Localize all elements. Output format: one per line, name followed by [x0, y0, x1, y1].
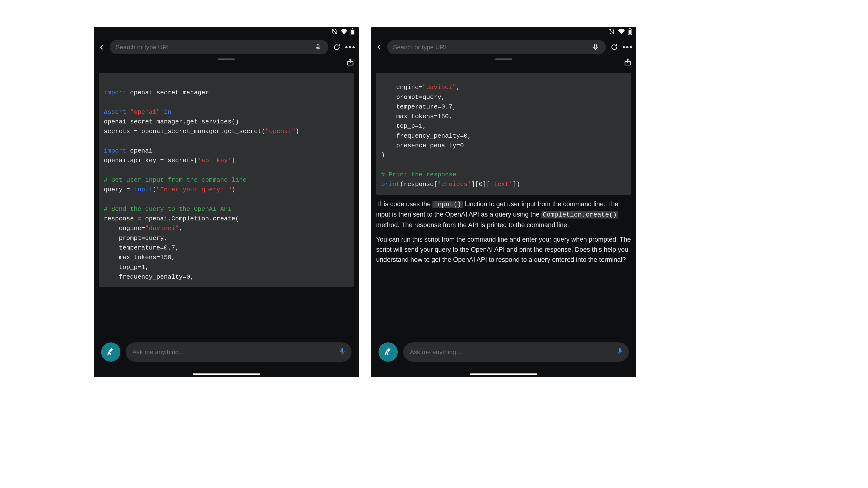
- chat-input-box[interactable]: [126, 343, 351, 362]
- code-text: import: [104, 89, 126, 96]
- reload-button[interactable]: [332, 42, 342, 52]
- sheet-header: [94, 57, 359, 60]
- wifi-icon: [341, 29, 347, 36]
- code-text: in: [164, 108, 172, 116]
- code-text: "openai": [130, 108, 160, 116]
- code-text: 'choices': [437, 181, 471, 188]
- phone-left: ••• import openai_secret_manager assert …: [94, 27, 359, 377]
- code-text: ): [381, 152, 385, 159]
- code-text: "davinci": [145, 225, 179, 232]
- code-text: top_p=1,: [104, 264, 149, 271]
- code-block: engine="davinci", prompt=query, temperat…: [376, 73, 631, 195]
- home-indicator[interactable]: [193, 373, 260, 375]
- code-text: (response[: [400, 181, 437, 188]
- code-text: max_tokens=150,: [104, 254, 175, 261]
- code-text: input: [134, 186, 153, 193]
- code-text: assert: [104, 108, 126, 116]
- status-bar: [94, 27, 359, 37]
- code-text: print: [381, 181, 400, 188]
- drag-handle[interactable]: [495, 59, 512, 60]
- chat-input[interactable]: [132, 348, 340, 356]
- voice-icon[interactable]: [340, 348, 345, 356]
- chat-input[interactable]: [409, 348, 617, 356]
- code-comment: # Send the query to the OpenAI API: [104, 205, 231, 213]
- code-text: response = openai.Completion.create(: [104, 215, 239, 222]
- menu-button[interactable]: •••: [345, 42, 355, 52]
- code-text: ][0][: [471, 181, 490, 188]
- chat-input-box[interactable]: [403, 343, 629, 362]
- code-text: secrets = openai_secret_manager.get_secr…: [104, 128, 265, 135]
- inline-code: Completion.create(): [541, 211, 618, 219]
- reload-button[interactable]: [609, 42, 619, 52]
- battery-icon: [350, 28, 354, 36]
- back-button[interactable]: [97, 42, 106, 52]
- svg-rect-13: [619, 348, 621, 352]
- code-text: openai_secret_manager.get_services(): [104, 118, 239, 125]
- svg-rect-9: [629, 28, 630, 29]
- code-text: openai.api_key = secrets[: [104, 157, 198, 164]
- status-bar: [371, 27, 636, 37]
- code-text: prompt=query,: [381, 94, 445, 101]
- browser-bar: •••: [94, 37, 359, 57]
- code-text: temperature=0.7,: [104, 244, 179, 252]
- share-button[interactable]: [624, 59, 631, 67]
- code-text: (: [153, 186, 156, 193]
- code-text: ): [231, 186, 236, 193]
- assistant-paragraph-1: This code uses the input() function to g…: [376, 199, 631, 230]
- code-text: frequency_penalty=0,: [104, 273, 194, 281]
- chat-input-bar: [94, 334, 359, 377]
- code-text: temperature=0.7,: [381, 103, 456, 110]
- drag-handle[interactable]: [218, 59, 235, 60]
- prose-text: This code uses the: [376, 200, 432, 208]
- assistant-paragraph-2: You can run this script from the command…: [376, 235, 631, 265]
- code-text: "davinci": [423, 84, 456, 91]
- browser-bar: •••: [371, 37, 636, 57]
- code-text: 'text': [490, 181, 513, 188]
- chat-input-bar: [371, 334, 636, 377]
- prose-text: method. The response from the API is pri…: [376, 221, 569, 229]
- battery-icon: [628, 28, 632, 36]
- url-input[interactable]: [115, 43, 313, 51]
- svg-rect-4: [317, 44, 319, 48]
- url-box[interactable]: [387, 40, 606, 54]
- content-area-right[interactable]: engine="davinci", prompt=query, temperat…: [371, 73, 636, 341]
- code-text: openai_secret_manager: [126, 89, 209, 96]
- sheet-header: [371, 57, 636, 60]
- code-text: import: [104, 147, 126, 155]
- menu-button[interactable]: •••: [623, 42, 633, 52]
- mic-icon[interactable]: [313, 42, 323, 52]
- code-text: engine=: [381, 84, 423, 91]
- code-text: openai: [126, 147, 153, 155]
- code-text: max_tokens=150,: [381, 113, 453, 120]
- code-text: 'api_key': [198, 157, 231, 164]
- url-input[interactable]: [393, 43, 590, 51]
- back-button[interactable]: [375, 42, 384, 52]
- code-text: [160, 108, 164, 116]
- code-text: engine=: [104, 225, 145, 232]
- clear-chat-button[interactable]: [101, 343, 120, 362]
- code-text: ]): [513, 181, 520, 188]
- svg-rect-2: [352, 28, 353, 29]
- code-comment: # Get user input from the command line: [104, 176, 247, 184]
- code-text: ]: [231, 157, 236, 164]
- dnd-icon: [609, 28, 615, 36]
- code-text: ): [296, 128, 299, 135]
- code-text: ,: [179, 225, 183, 232]
- inline-code: input(): [432, 201, 463, 208]
- dnd-icon: [331, 28, 338, 36]
- home-indicator[interactable]: [470, 373, 537, 375]
- code-text: ,: [456, 84, 460, 91]
- clear-chat-button[interactable]: [378, 343, 398, 362]
- url-box[interactable]: [110, 40, 329, 54]
- svg-rect-6: [341, 348, 343, 352]
- voice-icon[interactable]: [617, 348, 623, 356]
- code-text: prompt=query,: [104, 235, 167, 242]
- mic-icon[interactable]: [590, 42, 600, 52]
- share-button[interactable]: [347, 59, 354, 67]
- content-area-left[interactable]: import openai_secret_manager assert "ope…: [94, 73, 359, 341]
- code-block: import openai_secret_manager assert "ope…: [99, 73, 354, 287]
- wifi-icon: [618, 29, 625, 36]
- code-text: "openai": [265, 128, 296, 135]
- phone-right: ••• engine="davinci", prompt=query, temp…: [371, 27, 636, 377]
- code-text: "Enter your query: ": [156, 186, 231, 193]
